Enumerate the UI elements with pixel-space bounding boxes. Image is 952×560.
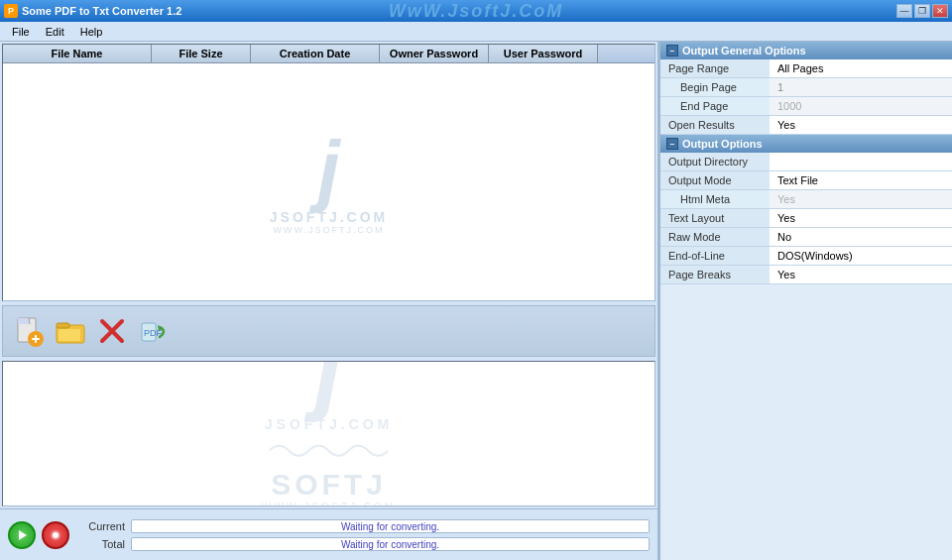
col-header-filename: File Name — [3, 45, 152, 62]
svg-point-16 — [53, 532, 59, 538]
play-button[interactable] — [8, 521, 36, 549]
restore-button[interactable]: ❐ — [914, 4, 930, 18]
prop-begin-page-value[interactable]: 1 — [770, 78, 952, 97]
log-watermark-j: j — [315, 361, 343, 415]
stop-button[interactable] — [42, 521, 69, 549]
log-area: j JSOFTJ.COM SOFTJ WWW.JSOFTJ.COM — [2, 361, 655, 506]
row-page-range: Page Range All Pages — [660, 59, 952, 78]
prop-text-layout-label: Text Layout — [660, 209, 770, 228]
row-end-of-line: End-of-Line DOS(Windows) — [660, 247, 952, 266]
app-title: Some PDF to Txt Converter 1.2 — [22, 5, 181, 17]
current-progress-bar: Waiting for converting. — [131, 519, 650, 533]
prop-begin-page-label: Begin Page — [660, 78, 770, 97]
section2-table: Output Directory Output Mode Text File H… — [660, 153, 952, 284]
prop-open-results-value[interactable]: Yes — [770, 116, 952, 135]
col-header-ownerpass: Owner Password — [380, 45, 489, 62]
prop-html-meta-value[interactable]: Yes — [770, 190, 952, 209]
title-controls: — ❐ ✕ — [896, 4, 948, 18]
log-watermark-softj: SOFTJ — [271, 467, 387, 501]
row-open-results: Open Results Yes — [660, 116, 952, 135]
play-icon — [16, 529, 28, 541]
current-status-text: Waiting for converting. — [341, 520, 439, 531]
row-begin-page: Begin Page 1 — [660, 78, 952, 97]
prop-text-layout-value[interactable]: Yes — [770, 209, 952, 228]
row-page-breaks: Page Breaks Yes — [660, 266, 952, 284]
watermark-j: j — [317, 130, 339, 209]
total-label: Total — [75, 538, 125, 550]
menu-edit[interactable]: Edit — [38, 24, 72, 40]
row-end-page: End Page 1000 — [660, 97, 952, 116]
prop-output-dir-value[interactable] — [770, 153, 952, 171]
svg-rect-7 — [57, 323, 69, 328]
file-table-container: File Name File Size Creation Date Owner … — [2, 44, 655, 301]
toolbar: PDF — [2, 305, 655, 357]
close-button[interactable]: ✕ — [932, 4, 948, 18]
section2-collapse-btn[interactable]: − — [666, 138, 678, 150]
prop-end-page-value[interactable]: 1000 — [770, 97, 952, 116]
row-raw-mode: Raw Mode No — [660, 228, 952, 247]
prop-end-of-line-label: End-of-Line — [660, 247, 770, 266]
menu-file[interactable]: File — [4, 24, 38, 40]
col-header-creationdate: Creation Date — [251, 45, 380, 62]
svg-rect-8 — [59, 329, 80, 341]
log-watermark-jsoftj: JSOFTJ.COM — [265, 415, 393, 431]
prop-output-mode-label: Output Mode — [660, 171, 770, 190]
log-watermark-wave — [269, 435, 388, 465]
total-progress-bar: Waiting for converting. — [131, 537, 650, 551]
row-output-mode: Output Mode Text File — [660, 171, 952, 190]
prop-end-of-line-value[interactable]: DOS(Windows) — [770, 247, 952, 266]
open-folder-button[interactable] — [53, 313, 88, 349]
current-label: Current — [75, 520, 125, 532]
prop-open-results-label: Open Results — [660, 116, 770, 135]
section1-table: Page Range All Pages Begin Page 1 End Pa… — [660, 59, 952, 135]
file-table-header: File Name File Size Creation Date Owner … — [3, 45, 654, 63]
right-panel: − Output General Options Page Range All … — [659, 42, 952, 560]
prop-page-breaks-value[interactable]: Yes — [770, 266, 952, 284]
prop-page-range-value[interactable]: All Pages — [770, 59, 952, 78]
file-table-body[interactable]: j JSOFTJ.COM WWW.JSOFTJ.COM — [3, 63, 654, 300]
prop-output-dir-label: Output Directory — [660, 153, 770, 171]
refresh-icon: PDF — [138, 315, 170, 347]
add-file-button[interactable] — [11, 313, 47, 349]
title-bar: P Some PDF to Txt Converter 1.2 WwW.Jsof… — [0, 0, 952, 22]
current-progress-row: Current Waiting for converting. — [75, 519, 650, 533]
total-progress-row: Total Waiting for converting. — [75, 537, 650, 551]
prop-page-breaks-label: Page Breaks — [660, 266, 770, 284]
col-header-filesize: File Size — [152, 45, 251, 62]
row-text-layout: Text Layout Yes — [660, 209, 952, 228]
svg-rect-1 — [18, 318, 30, 324]
svg-marker-14 — [19, 530, 27, 540]
add-file-icon — [13, 315, 45, 347]
main-container: File Name File Size Creation Date Owner … — [0, 42, 952, 560]
prop-raw-mode-label: Raw Mode — [660, 228, 770, 247]
table-watermark: j JSOFTJ.COM WWW.JSOFTJ.COM — [270, 130, 388, 235]
prop-raw-mode-value[interactable]: No — [770, 228, 952, 247]
log-watermark-url: WWW.JSOFTJ.COM — [262, 501, 396, 506]
section2-title: Output Options — [682, 138, 763, 150]
section2-header: − Output Options — [660, 135, 952, 153]
progress-area: Current Waiting for converting. Total Wa… — [0, 508, 657, 560]
col-header-userpass: User Password — [489, 45, 598, 62]
stop-icon — [50, 529, 61, 541]
row-html-meta: Html Meta Yes — [660, 190, 952, 209]
row-output-dir: Output Directory — [660, 153, 952, 171]
section1-header: − Output General Options — [660, 42, 952, 59]
menu-bar: File Edit Help — [0, 22, 952, 42]
open-folder-icon — [55, 315, 86, 347]
total-status-text: Waiting for converting. — [341, 538, 439, 549]
section1-title: Output General Options — [682, 45, 806, 56]
app-icon: P — [4, 4, 18, 18]
prop-html-meta-label: Html Meta — [660, 190, 770, 209]
minimize-button[interactable]: — — [896, 4, 912, 18]
delete-button[interactable] — [94, 313, 130, 349]
delete-icon — [96, 315, 128, 347]
title-bar-left: P Some PDF to Txt Converter 1.2 — [4, 4, 181, 18]
prop-output-mode-value[interactable]: Text File — [770, 171, 952, 190]
title-watermark: WwW.JsoftJ.CoM — [389, 1, 564, 22]
refresh-button[interactable]: PDF — [136, 313, 172, 349]
left-panel: File Name File Size Creation Date Owner … — [0, 42, 659, 560]
menu-help[interactable]: Help — [72, 24, 111, 40]
watermark-url: WWW.JSOFTJ.COM — [274, 225, 385, 235]
watermark-jsoftj: JSOFTJ.COM — [270, 209, 388, 225]
section1-collapse-btn[interactable]: − — [666, 45, 678, 56]
